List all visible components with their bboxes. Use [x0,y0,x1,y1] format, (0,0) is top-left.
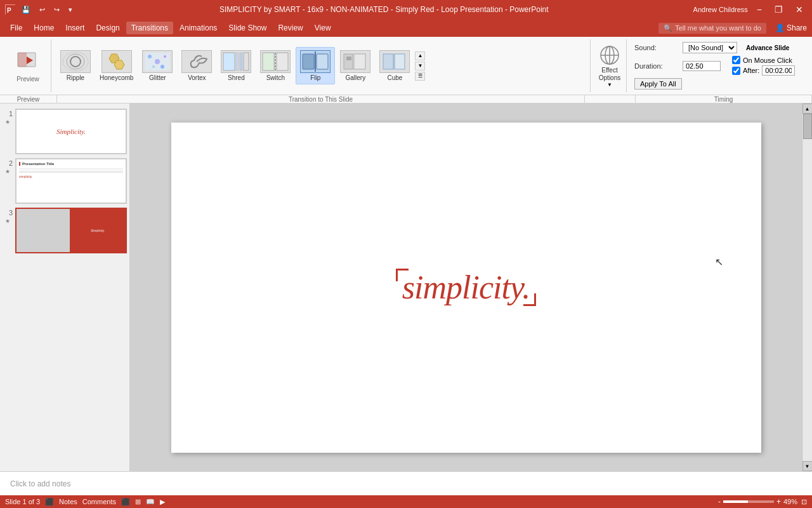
logo-corner-tl [396,269,409,281]
transition-ripple[interactable]: Ripple [56,48,95,84]
scrollbar-up[interactable]: ▲ [802,104,813,114]
slide-number-1: 1 [3,109,13,117]
effect-options-icon [598,44,621,67]
menu-view[interactable]: View [310,22,336,34]
slide-canvas[interactable]: simplicity. ↖ [171,123,761,453]
preview-button[interactable]: Preview [10,46,46,85]
scrollbar-thumb[interactable] [803,114,812,139]
sound-select[interactable]: [No Sound] [683,42,737,53]
gallery-icon [340,50,370,73]
transition-glitter[interactable]: Glitter [138,48,176,84]
scrollbar-down[interactable]: ▼ [802,461,813,471]
search-box[interactable]: 🔍 Tell me what you want to do [658,23,766,34]
menu-animations[interactable]: Animations [174,22,222,34]
share-label: Share [787,23,807,32]
transition-shred[interactable]: Shred [217,48,255,84]
view-reading-icon[interactable]: 📖 [146,498,155,506]
save-qat-button[interactable]: 💾 [19,5,33,15]
right-scrollbar: ▲ ▼ [802,104,812,471]
apply-to-all-button[interactable]: Apply To All [634,78,682,90]
zoom-fill [723,500,748,503]
glitter-label: Glitter [149,74,166,81]
svg-rect-19 [244,53,249,70]
honeycomb-label: Honeycomb [100,74,133,81]
transition-switch[interactable]: Switch [256,48,294,84]
close-button[interactable]: ✕ [792,3,807,16]
transitions-strip: Ripple Honeycomb Glitter V [54,39,591,92]
title-bar-right: Andrew Childress − ❐ ✕ [693,3,807,16]
view-slideshow-icon[interactable]: ▶ [160,498,165,506]
slide-logo-text: simplicity. [402,269,530,305]
fit-window-button[interactable]: ⊡ [801,498,807,506]
effect-options-arrow: ▼ [607,82,612,88]
menu-slideshow[interactable]: Slide Show [223,22,272,34]
slide-number-3: 3 [3,208,13,217]
menu-file[interactable]: File [5,22,27,34]
strip-scroll-more[interactable]: ☰ [415,72,425,81]
on-mouse-click-label[interactable]: On Mouse Click [732,56,795,64]
svg-point-13 [164,55,166,58]
menu-transitions[interactable]: Transitions [126,22,173,34]
slide-thumb-2[interactable]: Presentation Title simplicity. [15,158,127,204]
redo-qat-button[interactable]: ↪ [51,5,62,15]
transition-vortex[interactable]: Vortex [178,48,216,84]
scrollbar-track[interactable] [803,114,812,461]
user-name: Andrew Childress [693,6,748,13]
menu-review[interactable]: Review [273,22,308,34]
undo-qat-button[interactable]: ↩ [37,5,48,15]
share-button[interactable]: 👤 Share [775,23,807,32]
after-input[interactable] [762,65,795,76]
cursor-indicator: ↖ [715,256,723,268]
zoom-out-button[interactable]: - [718,497,721,506]
minimize-button[interactable]: − [753,3,766,16]
notes-status[interactable]: Notes [59,498,77,505]
after-label[interactable]: After: [732,65,795,76]
transition-cube[interactable]: Cube [376,48,414,84]
customize-qat-button[interactable]: ▾ [66,5,75,15]
duration-label: Duration: [634,62,679,70]
flip-icon [300,50,331,73]
sound-label: Sound: [634,44,679,51]
svg-rect-16 [223,53,235,70]
ribbon-content: Preview Ripple Honeycomb [0,37,812,95]
strip-scroll-down[interactable]: ▼ [415,62,425,70]
on-mouse-click-checkbox[interactable] [732,56,740,64]
slide-logo: simplicity. [402,269,530,306]
zoom-control: - + 49% [718,497,797,506]
status-left: Slide 1 of 3 ⬛ Notes Comments ⬛ ⊞ 📖 ▶ [5,498,165,506]
transition-honeycomb[interactable]: Honeycomb [96,48,137,84]
duration-input[interactable] [683,61,721,71]
zoom-slider[interactable] [723,500,774,503]
cube-label: Cube [387,74,402,81]
slide-item-2[interactable]: 2 ★ Presentation Title simplicity. [3,158,127,204]
menu-insert[interactable]: Insert [60,22,89,34]
slide-thumb-1[interactable]: Simplicity. [15,109,127,154]
slide-thumb-3[interactable]: Simplicity. [15,208,127,253]
transitions-section-label: Transition to This Slide [57,95,585,103]
svg-rect-3 [18,53,27,67]
restore-button[interactable]: ❐ [771,3,787,16]
honeycomb-icon [102,50,132,73]
search-icon: 🔍 [664,24,672,32]
notes-bar[interactable]: Click to add notes [0,471,812,495]
timing-section-label: Timing [636,95,812,103]
transition-gallery[interactable]: Gallery [336,48,374,84]
view-slide-sorter-icon[interactable]: ⊞ [135,498,141,506]
transition-flip[interactable]: Flip [296,47,335,84]
menu-home[interactable]: Home [29,22,59,34]
zoom-in-button[interactable]: + [776,497,781,506]
strip-scroll-up[interactable]: ▲ [415,51,425,60]
svg-marker-9 [114,60,124,69]
after-checkbox[interactable] [732,67,740,75]
view-normal-icon[interactable]: ⬛ [121,498,130,506]
menu-design[interactable]: Design [91,22,124,34]
ripple-label: Ripple [67,74,84,81]
slide-count: Slide 1 of 3 [5,498,40,505]
shred-icon [221,50,251,73]
effect-options-button[interactable]: EffectOptions ▼ [593,39,627,92]
slide-item-1[interactable]: 1 ★ Simplicity. [3,109,127,154]
vortex-label: Vortex [188,74,206,81]
comments-status[interactable]: Comments [82,498,116,505]
slide-item-3[interactable]: 3 ★ Simplicity. [3,208,127,253]
svg-rect-28 [346,57,351,60]
